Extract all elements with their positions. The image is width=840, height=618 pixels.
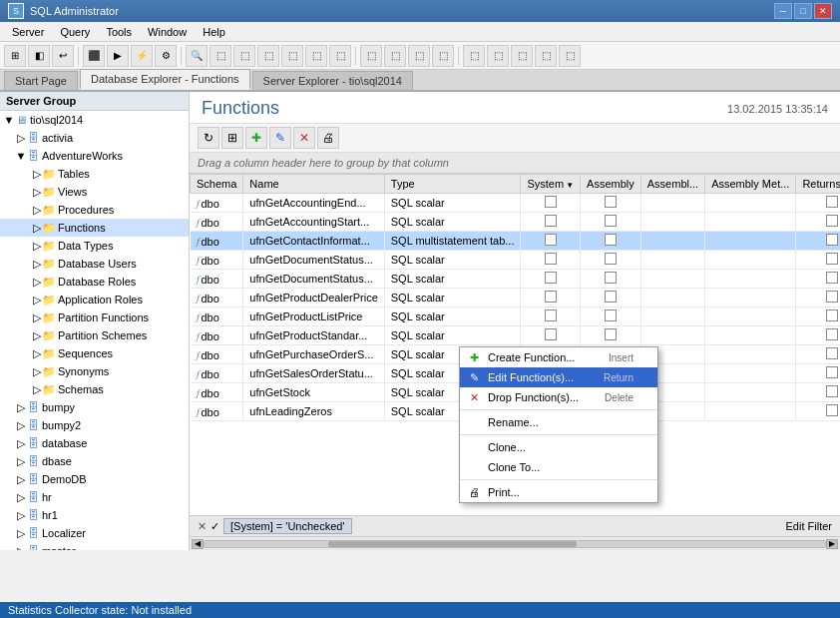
col-type[interactable]: Type — [384, 175, 521, 194]
toolbar-refresh[interactable]: ↻ — [198, 127, 219, 149]
system-checkbox[interactable] — [545, 234, 557, 246]
toolbar-btn-1[interactable]: ⊞ — [4, 45, 26, 67]
returns-checkbox[interactable] — [826, 272, 838, 284]
toolbar-btn-21[interactable]: ⬚ — [511, 45, 533, 67]
scroll-track[interactable] — [204, 540, 826, 548]
assembly-checkbox[interactable] — [605, 309, 617, 321]
tree-database[interactable]: ▷ 🗄 database — [0, 434, 189, 452]
returns-checkbox[interactable] — [826, 366, 838, 378]
tree-bumpy[interactable]: ▷ 🗄 bumpy — [0, 398, 189, 416]
system-checkbox[interactable] — [545, 291, 557, 303]
tree-synonyms[interactable]: ▷ 📁 Synonyms — [0, 362, 189, 380]
filter-prefix[interactable]: ✕ — [198, 520, 207, 533]
returns-checkbox[interactable] — [826, 291, 838, 303]
returns-checkbox[interactable] — [826, 253, 838, 265]
toolbar-btn-23[interactable]: ⬚ — [559, 45, 581, 67]
tree-bumpy2[interactable]: ▷ 🗄 bumpy2 — [0, 416, 189, 434]
menu-window[interactable]: Window — [140, 24, 195, 40]
tree-sequences[interactable]: ▷ 📁 Sequences — [0, 344, 189, 362]
returns-checkbox[interactable] — [826, 196, 838, 208]
toolbar-btn-14[interactable]: ⬚ — [329, 45, 351, 67]
menu-tools[interactable]: Tools — [98, 24, 140, 40]
tab-db-explorer[interactable]: Database Explorer - Functions — [80, 69, 250, 90]
menu-help[interactable]: Help — [195, 24, 233, 40]
tree-procedures[interactable]: ▷ 📁 Procedures — [0, 201, 189, 219]
system-checkbox[interactable] — [545, 309, 557, 321]
assembly-checkbox[interactable] — [605, 253, 617, 265]
scroll-left[interactable]: ◀ — [192, 539, 204, 549]
table-row[interactable]: 𝑓 dbo ufnGetDocumentStatus... SQL scalar — [191, 251, 841, 270]
returns-checkbox[interactable] — [826, 404, 838, 416]
returns-checkbox[interactable] — [826, 328, 838, 340]
toolbar-btn-4[interactable]: ⬛ — [83, 45, 105, 67]
toolbar-btn-10[interactable]: ⬚ — [233, 45, 255, 67]
toolbar-btn-17[interactable]: ⬚ — [408, 45, 430, 67]
toolbar-btn-12[interactable]: ⬚ — [281, 45, 303, 67]
edit-filter-button[interactable]: Edit Filter — [786, 520, 832, 532]
toolbar-btn-22[interactable]: ⬚ — [535, 45, 557, 67]
assembly-checkbox[interactable] — [605, 328, 617, 340]
context-print[interactable]: 🖨 Print... — [460, 482, 657, 502]
minimize-button[interactable]: ─ — [774, 3, 792, 19]
tree-functions[interactable]: ▷ 📁 Functions — [0, 219, 189, 237]
table-row[interactable]: 𝑓 dbo ufnGetProductDealerPrice SQL scala… — [191, 289, 841, 308]
filter-check[interactable]: ✓ — [210, 520, 219, 533]
tree-hr[interactable]: ▷ 🗄 hr — [0, 488, 189, 506]
toolbar-btn-5[interactable]: ▶ — [107, 45, 129, 67]
tree-tables[interactable]: ▷ 📁 Tables — [0, 165, 189, 183]
assembly-checkbox[interactable] — [605, 196, 617, 208]
system-checkbox[interactable] — [545, 196, 557, 208]
toolbar-btn-2[interactable]: ◧ — [28, 45, 50, 67]
col-assembl[interactable]: Assembl... — [640, 175, 704, 194]
system-checkbox[interactable] — [545, 253, 557, 265]
system-checkbox[interactable] — [545, 328, 557, 340]
toolbar-btn-11[interactable]: ⬚ — [257, 45, 279, 67]
tree-localizer[interactable]: ▷ 🗄 Localizer — [0, 524, 189, 542]
assembly-checkbox[interactable] — [605, 234, 617, 246]
context-clone[interactable]: Clone... — [460, 437, 657, 457]
table-row[interactable]: 𝑓 dbo ufnGetProductListPrice SQL scalar — [191, 308, 841, 326]
toolbar-print[interactable]: 🖨 — [317, 127, 339, 149]
toolbar-btn-9[interactable]: ⬚ — [210, 45, 231, 67]
tree-partschemes[interactable]: ▷ 📁 Partition Schemes — [0, 326, 189, 344]
toolbar-add[interactable]: ✚ — [245, 127, 267, 149]
system-checkbox[interactable] — [545, 215, 557, 227]
table-row[interactable]: 𝑓 dbo ufnGetAccountingEnd... SQL scalar — [191, 194, 841, 213]
tree-demodb[interactable]: ▷ 🗄 DemoDB — [0, 470, 189, 488]
maximize-button[interactable]: □ — [794, 3, 812, 19]
col-system[interactable]: System▼ — [521, 175, 581, 194]
assembly-checkbox[interactable] — [605, 291, 617, 303]
table-row[interactable]: 𝑓 dbo ufnGetAccountingStart... SQL scala… — [191, 213, 841, 232]
table-row[interactable]: 𝑓 dbo ufnGetContactInformat... SQL multi… — [191, 232, 841, 251]
tree-master[interactable]: ▷ 🗄 master — [0, 542, 189, 550]
tree-views[interactable]: ▷ 📁 Views — [0, 183, 189, 201]
menu-query[interactable]: Query — [52, 24, 98, 40]
tree-adventureworks[interactable]: ▼ 🗄 AdventureWorks — [0, 147, 189, 165]
col-assembly[interactable]: Assembly — [581, 175, 641, 194]
returns-checkbox[interactable] — [826, 215, 838, 227]
system-checkbox[interactable] — [545, 272, 557, 284]
toolbar-btn-15[interactable]: ⬚ — [360, 45, 382, 67]
context-clone-to[interactable]: Clone To... — [460, 457, 657, 477]
context-drop-function[interactable]: ✕ Drop Function(s)... Delete — [460, 387, 657, 407]
col-name[interactable]: Name — [243, 175, 384, 194]
toolbar-delete[interactable]: ✕ — [293, 127, 315, 149]
col-returns-n[interactable]: Returns N... — [796, 175, 840, 194]
toolbar-btn-16[interactable]: ⬚ — [384, 45, 406, 67]
toolbar-btn-3[interactable]: ↩ — [52, 45, 74, 67]
tree-partfuncs[interactable]: ▷ 📁 Partition Functions — [0, 309, 189, 326]
scroll-right[interactable]: ▶ — [826, 539, 838, 549]
tree-schemas[interactable]: ▷ 📁 Schemas — [0, 380, 189, 398]
table-row[interactable]: 𝑓 dbo ufnGetProductStandar... SQL scalar — [191, 326, 841, 345]
menu-server[interactable]: Server — [4, 24, 52, 40]
context-create-function[interactable]: ✚ Create Function... Insert — [460, 347, 657, 367]
toolbar-btn-19[interactable]: ⬚ — [463, 45, 485, 67]
returns-checkbox[interactable] — [826, 385, 838, 397]
tree-hr1[interactable]: ▷ 🗄 hr1 — [0, 506, 189, 524]
tab-start-page[interactable]: Start Page — [4, 71, 78, 90]
toolbar-btn-6[interactable]: ⚡ — [131, 45, 153, 67]
context-rename[interactable]: Rename... — [460, 412, 657, 432]
returns-checkbox[interactable] — [826, 234, 838, 246]
horizontal-scrollbar[interactable]: ◀ ▶ — [190, 536, 840, 550]
assembly-checkbox[interactable] — [605, 272, 617, 284]
